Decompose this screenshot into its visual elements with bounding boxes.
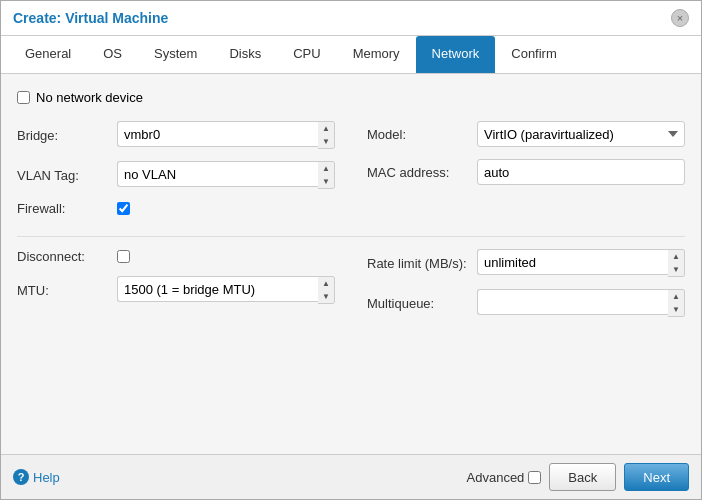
multiqueue-group: Multiqueue: ▲ ▼ [367, 289, 685, 317]
disconnect-check-wrap [117, 250, 130, 263]
content-area: No network device Bridge: ▲ ▼ [1, 74, 701, 454]
mtu-spinners: ▲ ▼ [318, 276, 335, 304]
model-select[interactable]: VirtIO (paravirtualized) [477, 121, 685, 147]
firewall-check-wrap [117, 202, 130, 215]
footer-right: Advanced Back Next [467, 463, 689, 491]
multiqueue-down-btn[interactable]: ▼ [668, 303, 684, 316]
bridge-group: Bridge: ▲ ▼ [17, 121, 335, 149]
rate-limit-field-wrap: ▲ ▼ [477, 249, 685, 277]
rate-limit-label: Rate limit (MB/s): [367, 256, 477, 271]
mac-group: MAC address: [367, 159, 685, 185]
tab-memory[interactable]: Memory [337, 36, 416, 73]
help-icon: ? [13, 469, 29, 485]
left-column: Bridge: ▲ ▼ VLAN Tag: [17, 121, 335, 228]
vlan-spinners: ▲ ▼ [318, 161, 335, 189]
mtu-up-btn[interactable]: ▲ [318, 277, 334, 290]
rate-limit-up-btn[interactable]: ▲ [668, 250, 684, 263]
advanced-wrap: Advanced [467, 470, 542, 485]
tab-network[interactable]: Network [416, 36, 496, 73]
mac-input[interactable] [477, 159, 685, 185]
no-network-row: No network device [17, 90, 685, 105]
dialog-title: Create: Virtual Machine [13, 10, 168, 26]
bridge-down-btn[interactable]: ▼ [318, 135, 334, 148]
multiqueue-up-btn[interactable]: ▲ [668, 290, 684, 303]
section-divider [17, 236, 685, 237]
mtu-down-btn[interactable]: ▼ [318, 290, 334, 303]
close-button[interactable]: × [671, 9, 689, 27]
advanced-label: Advanced [467, 470, 525, 485]
right-column: Model: VirtIO (paravirtualized) MAC addr… [367, 121, 685, 228]
mtu-label: MTU: [17, 283, 117, 298]
create-vm-dialog: Create: Virtual Machine × General OS Sys… [0, 0, 702, 500]
vlan-label: VLAN Tag: [17, 168, 117, 183]
vlan-group: VLAN Tag: ▲ ▼ [17, 161, 335, 189]
bridge-label: Bridge: [17, 128, 117, 143]
footer: ? Help Advanced Back Next [1, 454, 701, 499]
right-column-2: Rate limit (MB/s): ▲ ▼ Multiqueue: [367, 249, 685, 329]
tab-general[interactable]: General [9, 36, 87, 73]
form-section-2: Disconnect: MTU: ▲ ▼ [17, 249, 685, 329]
mac-label: MAC address: [367, 165, 477, 180]
vlan-field-wrap: ▲ ▼ [117, 161, 335, 189]
form-section: Bridge: ▲ ▼ VLAN Tag: [17, 121, 685, 228]
back-button[interactable]: Back [549, 463, 616, 491]
next-button[interactable]: Next [624, 463, 689, 491]
model-label: Model: [367, 127, 477, 142]
vlan-down-btn[interactable]: ▼ [318, 175, 334, 188]
rate-limit-input[interactable] [477, 249, 668, 275]
multiqueue-input[interactable] [477, 289, 668, 315]
model-group: Model: VirtIO (paravirtualized) [367, 121, 685, 147]
bridge-input[interactable] [117, 121, 318, 147]
rate-limit-group: Rate limit (MB/s): ▲ ▼ [367, 249, 685, 277]
no-network-checkbox[interactable] [17, 91, 30, 104]
firewall-label: Firewall: [17, 201, 117, 216]
mtu-input[interactable] [117, 276, 318, 302]
tab-os[interactable]: OS [87, 36, 138, 73]
tab-bar: General OS System Disks CPU Memory Netwo… [1, 36, 701, 74]
advanced-checkbox[interactable] [528, 471, 541, 484]
rate-limit-down-btn[interactable]: ▼ [668, 263, 684, 276]
firewall-checkbox[interactable] [117, 202, 130, 215]
multiqueue-label: Multiqueue: [367, 296, 477, 311]
left-column-2: Disconnect: MTU: ▲ ▼ [17, 249, 335, 329]
disconnect-checkbox[interactable] [117, 250, 130, 263]
multiqueue-spinners: ▲ ▼ [668, 289, 685, 317]
rate-limit-spinners: ▲ ▼ [668, 249, 685, 277]
firewall-group: Firewall: [17, 201, 335, 216]
no-network-label: No network device [36, 90, 143, 105]
tab-confirm[interactable]: Confirm [495, 36, 573, 73]
disconnect-group: Disconnect: [17, 249, 335, 264]
tab-system[interactable]: System [138, 36, 213, 73]
help-button[interactable]: ? Help [13, 469, 60, 485]
footer-left: ? Help [13, 469, 60, 485]
vlan-input[interactable] [117, 161, 318, 187]
help-label: Help [33, 470, 60, 485]
tab-disks[interactable]: Disks [213, 36, 277, 73]
vlan-up-btn[interactable]: ▲ [318, 162, 334, 175]
title-bar: Create: Virtual Machine × [1, 1, 701, 36]
bridge-spinners: ▲ ▼ [318, 121, 335, 149]
mtu-field-wrap: ▲ ▼ [117, 276, 335, 304]
tab-cpu[interactable]: CPU [277, 36, 336, 73]
bridge-field-wrap: ▲ ▼ [117, 121, 335, 149]
disconnect-label: Disconnect: [17, 249, 117, 264]
mtu-group: MTU: ▲ ▼ [17, 276, 335, 304]
bridge-up-btn[interactable]: ▲ [318, 122, 334, 135]
multiqueue-field-wrap: ▲ ▼ [477, 289, 685, 317]
